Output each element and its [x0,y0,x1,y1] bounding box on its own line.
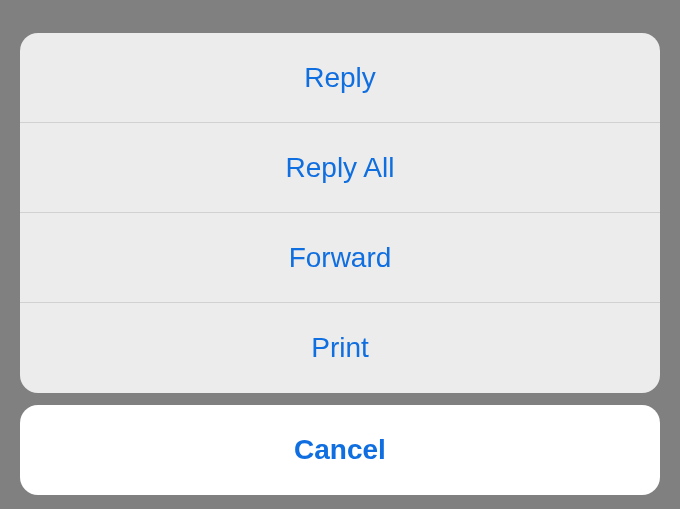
print-button[interactable]: Print [20,303,660,393]
reply-all-button[interactable]: Reply All [20,123,660,213]
action-sheet-options: Reply Reply All Forward Print [20,33,660,393]
cancel-label: Cancel [294,434,386,466]
reply-label: Reply [304,62,376,94]
cancel-button[interactable]: Cancel [20,405,660,495]
action-sheet: Reply Reply All Forward Print Cancel [20,33,660,495]
reply-button[interactable]: Reply [20,33,660,123]
forward-button[interactable]: Forward [20,213,660,303]
print-label: Print [311,332,369,364]
reply-all-label: Reply All [286,152,395,184]
forward-label: Forward [289,242,392,274]
